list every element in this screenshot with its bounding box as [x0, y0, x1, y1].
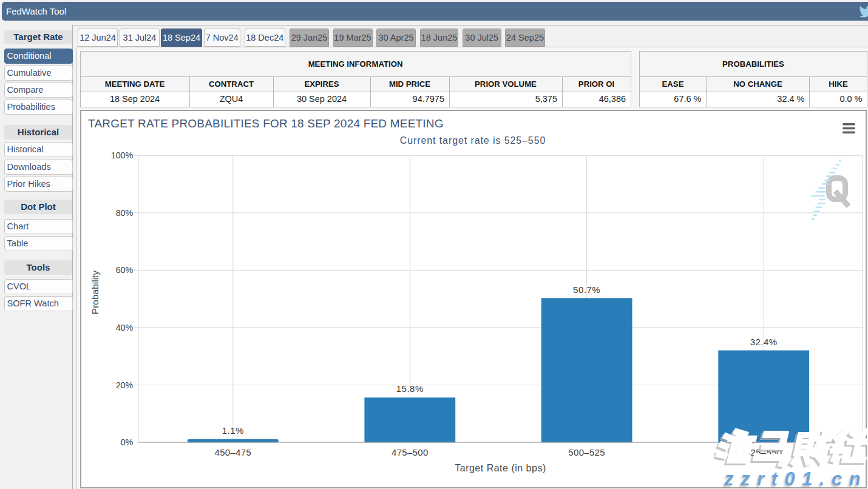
svg-text:40%: 40% — [116, 323, 134, 332]
svg-text:Current target rate is 525–550: Current target rate is 525–550 — [400, 135, 546, 146]
svg-text:60%: 60% — [116, 265, 134, 275]
svg-text:Target Rate (in bps): Target Rate (in bps) — [455, 463, 546, 473]
svg-text:0%: 0% — [121, 437, 134, 447]
svg-text:50.7%: 50.7% — [573, 285, 600, 295]
svg-text:475–500: 475–500 — [392, 447, 429, 457]
svg-text:Probability: Probability — [90, 271, 100, 315]
svg-text:500–525: 500–525 — [568, 447, 605, 457]
svg-text:80%: 80% — [116, 208, 134, 218]
svg-text:100%: 100% — [111, 150, 134, 160]
svg-text:1.1%: 1.1% — [222, 425, 244, 436]
svg-text:450–475: 450–475 — [215, 447, 252, 457]
svg-text:TARGET RATE PROBABILITIES FOR: TARGET RATE PROBABILITIES FOR 18 SEP 202… — [88, 117, 444, 130]
svg-text:15.8%: 15.8% — [396, 383, 424, 394]
svg-text:32.4%: 32.4% — [750, 337, 778, 347]
svg-text:20%: 20% — [116, 380, 134, 390]
